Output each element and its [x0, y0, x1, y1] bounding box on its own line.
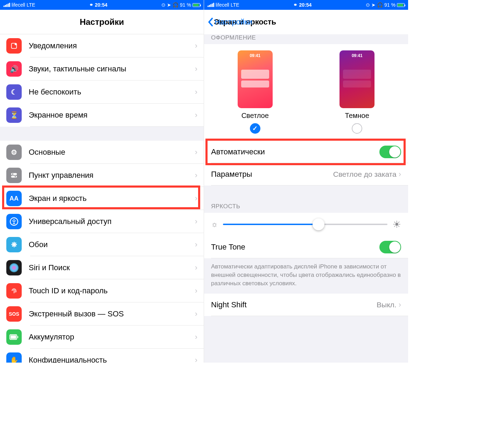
row-control-center[interactable]: Пункт управления› [0, 164, 204, 187]
row-label: Универсальный доступ [29, 217, 195, 226]
svg-rect-9 [18, 336, 18, 338]
back-button[interactable]: Настройки [208, 18, 252, 27]
svg-point-7 [13, 219, 14, 220]
dark-label: Темное [345, 112, 369, 120]
row-parameters[interactable]: Параметры Светлое до заката › [204, 163, 408, 186]
network-label: LTE [231, 2, 239, 8]
chevron-right-icon: › [195, 88, 197, 97]
battery-label: 91 % [180, 2, 191, 8]
parameters-label: Параметры [211, 170, 333, 179]
battery-icon [192, 3, 200, 7]
headphones-icon: 🎧 [377, 2, 383, 8]
brightness-slider-row: ☼ ☀ [204, 213, 408, 236]
chevron-right-icon: › [195, 148, 197, 157]
row-nightshift[interactable]: Night Shift Выкл. › [204, 294, 408, 316]
battery-icon [397, 3, 405, 7]
chevron-right-icon: › [195, 64, 197, 74]
row-notifications[interactable]: Уведомления› [0, 34, 204, 57]
chevron-right-icon: › [195, 332, 197, 342]
light-label: Светлое [241, 112, 269, 120]
truetone-toggle[interactable] [379, 241, 401, 253]
brightness-slider[interactable] [223, 224, 387, 225]
row-label: Экран и яркость [29, 194, 195, 203]
row-sos[interactable]: SOSЭкстренный вызов — SOS› [0, 302, 204, 326]
chevron-right-icon: › [195, 240, 197, 249]
radio-dark[interactable] [352, 123, 362, 134]
row-battery[interactable]: Аккумулятор› [0, 326, 204, 349]
chevron-right-icon: › [195, 263, 197, 272]
row-label: Конфиденциальность [29, 356, 195, 363]
battery-label: 91 % [384, 2, 396, 8]
row-accessibility[interactable]: Универсальный доступ› [0, 210, 204, 233]
row-automatic[interactable]: Автоматически [204, 141, 408, 163]
truetone-description: Автоматически адаптировать дисплей iPhon… [204, 258, 408, 294]
row-label: Аккумулятор [29, 332, 195, 342]
brightness-header: ЯРКОСТЬ [204, 186, 408, 213]
row-label: Не беспокоить [29, 88, 195, 97]
row-truetone[interactable]: True Tone [204, 236, 408, 258]
row-screentime[interactable]: ⏳Экранное время› [0, 104, 204, 127]
row-touchid[interactable]: Touch ID и код-пароль› [0, 279, 204, 302]
siri-icon [6, 260, 22, 275]
accessibility-icon [6, 214, 22, 229]
chevron-right-icon: › [399, 300, 401, 309]
page-title: Настройки [80, 17, 124, 27]
chevron-right-icon: › [195, 111, 197, 120]
svg-rect-2 [11, 173, 17, 175]
chevron-right-icon: › [195, 41, 197, 50]
svg-point-5 [15, 176, 16, 177]
hand-icon: ✋ [6, 352, 22, 363]
location-icon: ➤ [167, 2, 171, 8]
row-display[interactable]: AAЭкран и яркость› [0, 187, 204, 210]
appearance-light[interactable]: 09:41 Светлое [238, 50, 273, 134]
row-general[interactable]: ⚙Основные› [0, 141, 204, 164]
row-label: Пункт управления [29, 171, 195, 180]
nightshift-value: Выкл. [377, 301, 397, 309]
carrier-label: lifecell [216, 2, 229, 8]
row-privacy[interactable]: ✋Конфиденциальность› [0, 349, 204, 363]
moon-icon: ☾ [6, 84, 22, 100]
parameters-value: Светлое до заката [333, 170, 397, 178]
sos-icon: SOS [6, 306, 22, 322]
link-icon: ⚭ [293, 2, 298, 8]
row-label: Обои [29, 240, 195, 249]
automatic-label: Автоматически [211, 147, 379, 156]
nav-bar: Настройки [0, 10, 204, 34]
gear-icon: ⚙ [6, 145, 22, 160]
status-bar: lifecell LTE ⚭ 20:54 ⊙ ➤ 🎧 91 % [204, 0, 408, 10]
lock-icon: ⊙ [366, 2, 370, 8]
chevron-left-icon [208, 18, 213, 27]
section-spacer [0, 127, 204, 141]
row-sounds[interactable]: 🔊Звуки, тактильные сигналы› [0, 57, 204, 80]
automatic-toggle[interactable] [379, 146, 401, 158]
light-preview: 09:41 [238, 50, 273, 108]
appearance-dark[interactable]: 09:41 Темное [340, 50, 374, 134]
signal-icon [4, 3, 10, 7]
row-dnd[interactable]: ☾Не беспокоить› [0, 80, 204, 104]
dark-preview: 09:41 [340, 50, 374, 108]
row-label: Siri и Поиск [29, 263, 195, 272]
display-pane: lifecell LTE ⚭ 20:54 ⊙ ➤ 🎧 91 % Настройк… [204, 0, 408, 363]
flower-icon: ❋ [6, 237, 22, 252]
svg-rect-10 [10, 335, 16, 339]
row-wallpaper[interactable]: ❋Обои› [0, 233, 204, 256]
svg-point-1 [15, 43, 17, 46]
sounds-icon: 🔊 [6, 61, 22, 77]
headphones-icon: 🎧 [173, 2, 178, 8]
appearance-header: ОФОРМЛЕНИЕ [204, 34, 408, 44]
row-label: Экранное время [29, 111, 195, 120]
network-label: LTE [27, 2, 35, 8]
toggles-icon [6, 168, 22, 183]
nightshift-label: Night Shift [211, 300, 377, 309]
row-label: Звуки, тактильные сигналы [29, 64, 195, 74]
chevron-right-icon: › [195, 309, 197, 318]
chevron-right-icon: › [195, 171, 197, 180]
row-siri[interactable]: Siri и Поиск› [0, 256, 204, 279]
carrier-label: lifecell [12, 2, 25, 8]
svg-rect-3 [11, 176, 17, 178]
chevron-right-icon: › [195, 217, 197, 226]
link-icon: ⚭ [89, 2, 93, 8]
row-label: Touch ID и код-пароль [29, 286, 195, 295]
time-label: 20:54 [95, 2, 107, 8]
radio-light[interactable] [250, 123, 260, 134]
